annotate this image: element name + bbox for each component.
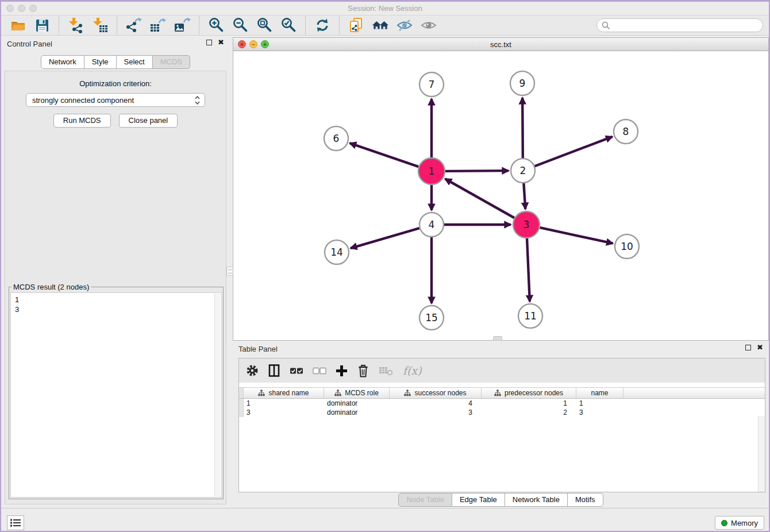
- column-header-predecessor-nodes[interactable]: predecessor nodes: [482, 388, 576, 398]
- graph-edge-2-9[interactable]: [522, 98, 523, 158]
- tab-network[interactable]: Network: [41, 55, 84, 69]
- zoom-fit-icon[interactable]: [256, 17, 273, 34]
- table-cell[interactable]: 4: [390, 399, 482, 407]
- graph-node-label-1: 1: [429, 165, 435, 177]
- export-image-icon[interactable]: [174, 17, 191, 34]
- hierarchy-icon: [258, 390, 265, 396]
- toolbar-separator: [59, 16, 59, 34]
- column-header-successor-nodes[interactable]: successor nodes: [390, 388, 482, 398]
- column-panel-icon[interactable]: [268, 364, 280, 377]
- export-network-icon[interactable]: [125, 17, 143, 34]
- refresh-view-icon[interactable]: [314, 17, 331, 34]
- table-row[interactable]: 1dominator411: [239, 399, 765, 408]
- graph-edge-1-2[interactable]: [445, 171, 509, 171]
- table-cell[interactable]: 1: [482, 399, 576, 407]
- node-table-rows: 1dominator4113dominator323: [239, 399, 765, 417]
- table-cell[interactable]: dominator: [324, 408, 390, 417]
- import-table-icon[interactable]: [91, 17, 109, 34]
- row-header: [239, 399, 244, 408]
- import-network-icon[interactable]: [67, 17, 84, 34]
- tab-node-table[interactable]: Node Table: [398, 493, 452, 507]
- hide-selected-eye-slash-icon[interactable]: [396, 17, 413, 34]
- show-hidden-eye-icon[interactable]: [420, 17, 437, 34]
- search-input[interactable]: [613, 20, 763, 31]
- close-panel-button[interactable]: Close panel: [119, 114, 178, 128]
- hierarchy-icon: [334, 390, 341, 396]
- tab-mcds[interactable]: MCDS: [153, 55, 190, 69]
- graph-node-label-15: 15: [425, 312, 438, 323]
- delete-table-icon-disabled: [379, 365, 394, 376]
- graph-node-label-3: 3: [523, 219, 530, 230]
- graph-edge-3-11[interactable]: [527, 238, 530, 302]
- graph-node-label-4: 4: [429, 219, 435, 230]
- tab-network-table[interactable]: Network Table: [505, 493, 568, 507]
- tab-motifs[interactable]: Motifs: [568, 493, 603, 507]
- close-panel-icon[interactable]: ✖: [218, 40, 224, 45]
- mcds-result-list[interactable]: 1 3: [10, 292, 222, 498]
- select-all-checkboxes-icon[interactable]: [290, 367, 303, 375]
- graph-edge-3-10[interactable]: [540, 228, 613, 244]
- table-cell[interactable]: 1: [576, 399, 623, 407]
- network-canvas[interactable]: 7968124314101511: [233, 51, 768, 340]
- new-network-from-selection-icon[interactable]: [348, 17, 365, 34]
- float-table-panel-icon[interactable]: [745, 345, 751, 350]
- result-scrollbar[interactable]: [214, 294, 221, 496]
- table-cell[interactable]: 3: [576, 408, 623, 417]
- toolbar-separator: [339, 16, 340, 34]
- table-row[interactable]: 3dominator323: [239, 408, 765, 417]
- add-column-plus-icon[interactable]: [336, 365, 348, 377]
- table-cell[interactable]: 3: [244, 408, 324, 417]
- save-session-icon[interactable]: [33, 17, 51, 34]
- column-header-mcds-role[interactable]: MCDS role: [324, 388, 390, 398]
- horizontal-splitter-grip[interactable]: [493, 336, 502, 341]
- float-panel-icon[interactable]: [206, 40, 212, 45]
- graph-edge-2-3[interactable]: [523, 183, 525, 209]
- column-label: successor nodes: [414, 389, 466, 397]
- zoom-out-icon[interactable]: [232, 17, 249, 34]
- table-scrollbar[interactable]: [758, 416, 765, 492]
- network-graph[interactable]: 7968124314101511: [233, 51, 768, 340]
- node-table: shared name MCDS role successor nodes pr…: [239, 387, 765, 492]
- table-cell[interactable]: dominator: [324, 399, 390, 407]
- table-container: f(x) shared name MCDS role successor: [238, 358, 765, 492]
- toolbar-separator: [199, 16, 199, 34]
- close-table-panel-icon[interactable]: ✖: [757, 345, 763, 350]
- zoom-selected-icon[interactable]: [280, 17, 297, 34]
- graph-edge-2-8[interactable]: [535, 137, 613, 166]
- graph-edge-3-1[interactable]: [445, 179, 515, 218]
- criterion-select[interactable]: strongly connected component: [26, 93, 205, 107]
- houses-icon[interactable]: [372, 17, 389, 34]
- result-line: 3: [15, 304, 221, 314]
- column-header-name[interactable]: name: [576, 388, 623, 398]
- criterion-selected-value: strongly connected component: [32, 96, 134, 105]
- tab-style[interactable]: Style: [84, 55, 117, 69]
- zoom-in-icon[interactable]: [207, 17, 225, 34]
- table-settings-gear-icon[interactable]: [246, 364, 259, 377]
- table-toolbar: f(x): [239, 358, 765, 383]
- open-file-icon[interactable]: [9, 17, 26, 34]
- table-cell[interactable]: 3: [390, 408, 482, 417]
- search-field[interactable]: [596, 18, 763, 32]
- column-header-shared-name[interactable]: shared name: [244, 388, 324, 398]
- table-header-row: shared name MCDS role successor nodes pr…: [239, 387, 765, 399]
- graph-node-label-9: 9: [519, 78, 526, 89]
- run-mcds-button[interactable]: Run MCDS: [53, 114, 111, 128]
- application-window: Session: New Session: [0, 0, 770, 532]
- tab-select[interactable]: Select: [117, 55, 153, 69]
- table-panel-title: Table Panel: [238, 345, 278, 353]
- table-cell[interactable]: 2: [482, 408, 576, 417]
- deselect-all-checkboxes-icon[interactable]: [313, 367, 326, 375]
- memory-button[interactable]: Memory: [715, 516, 764, 530]
- delete-column-trash-icon[interactable]: [357, 364, 369, 377]
- window-title: Session: New Session: [1, 4, 769, 13]
- network-view-window: × − + scc.txt 7968124314101511: [233, 37, 769, 341]
- edges-layer: [350, 98, 613, 303]
- graph-edge-4-14[interactable]: [351, 228, 419, 248]
- task-history-button[interactable]: [7, 515, 24, 530]
- tab-edge-table[interactable]: Edge Table: [452, 493, 505, 507]
- export-table-icon[interactable]: [149, 17, 167, 34]
- graph-node-label-2: 2: [520, 165, 526, 176]
- network-window-titlebar[interactable]: × − + scc.txt: [233, 38, 768, 51]
- table-cell[interactable]: 1: [244, 399, 324, 407]
- graph-edge-1-6[interactable]: [350, 143, 419, 167]
